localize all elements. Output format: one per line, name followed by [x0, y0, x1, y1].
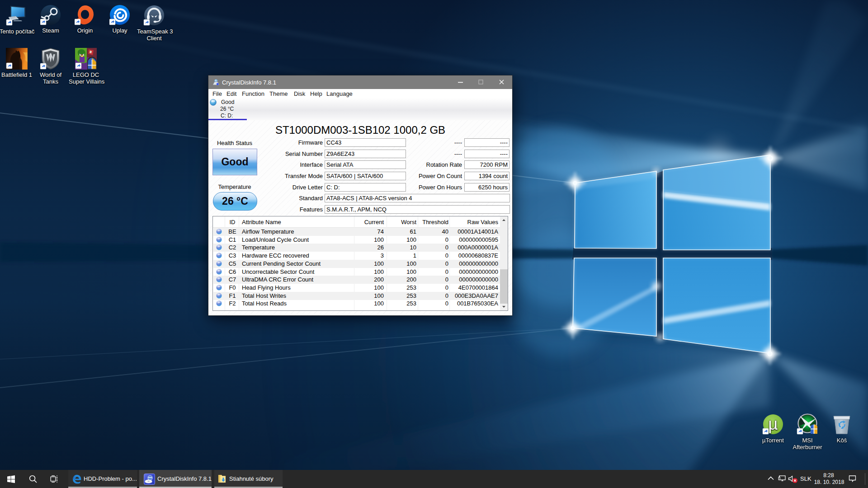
svg-text:µ: µ — [768, 415, 778, 433]
